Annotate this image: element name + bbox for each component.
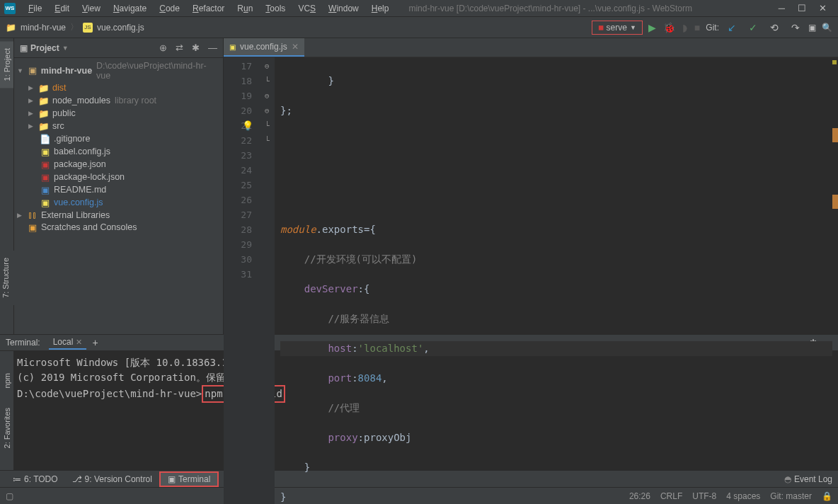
window-title: mind-hr-vue [D:\code\vueProject\mind-hr-… [408, 4, 692, 13]
project-tree[interactable]: ▼ ▣ mind-hr-vue D:\code\vueProject\mind-… [14, 58, 223, 334]
terminal-tab-local[interactable]: Local ✕ [49, 336, 87, 350]
tab-npm[interactable]: npm [0, 363, 13, 398]
menu-refactor[interactable]: Refactor [187, 2, 230, 15]
settings-icon[interactable]: ✱ [192, 42, 200, 53]
add-terminal-tab[interactable]: + [92, 337, 98, 348]
debug-icon[interactable]: 🐞 [663, 22, 675, 33]
project-header: ▣ Project ▼ ⊕ ⇄ ✱ — [14, 38, 223, 58]
todo-button[interactable]: ≔6: TODO [6, 473, 65, 486]
minimize-icon[interactable]: ─ [779, 3, 785, 13]
ide-settings-icon[interactable]: ▣ [808, 23, 816, 33]
tree-dist[interactable]: ▶📁 dist [14, 81, 223, 94]
close-icon[interactable]: ✕ [819, 3, 827, 13]
git-commit-icon[interactable]: ✓ [749, 22, 757, 33]
tab-structure[interactable]: 7: Structure [0, 251, 11, 305]
menu-bar: File Edit View Navigate Code Refactor Ru… [23, 2, 394, 15]
status-indicator-icon[interactable]: ▢ [6, 491, 13, 501]
menu-help[interactable]: Help [366, 2, 395, 15]
tab-project[interactable]: 1: Project [0, 41, 13, 88]
tree-node-modules[interactable]: ▶📁 node_modules library root [14, 94, 223, 107]
js-icon: JS [83, 23, 93, 33]
menu-code[interactable]: Code [154, 2, 185, 15]
version-control-button[interactable]: ⎇9: Version Control [65, 473, 159, 486]
git-update-icon[interactable]: ↙ [728, 22, 736, 33]
scroll-markers [831, 57, 838, 504]
breadcrumb-file[interactable]: vue.config.js [97, 23, 144, 33]
tree-src[interactable]: ▶📁 src [14, 120, 223, 132]
fold-gutter[interactable]: ⊖└ ⊖⊖💡 └└ [265, 57, 275, 504]
app-logo: WS [4, 3, 16, 14]
tree-readme[interactable]: ▣ README.md [14, 183, 223, 196]
tree-gitignore[interactable]: 📄 .gitignore [14, 132, 223, 145]
git-revert-icon[interactable]: ↷ [791, 22, 800, 33]
tree-scratches[interactable]: ▣ Scratches and Consoles [14, 221, 223, 234]
folder-icon: 📁 [6, 23, 16, 33]
tree-root[interactable]: ▼ ▣ mind-hr-vue D:\code\vueProject\mind-… [14, 59, 223, 81]
run-icon[interactable]: ▶ [648, 22, 656, 33]
terminal-label: Terminal: [6, 338, 40, 348]
title-bar: WS File Edit View Navigate Code Refactor… [0, 0, 838, 17]
tree-public[interactable]: ▶📁 public [14, 107, 223, 120]
tree-external-libs[interactable]: ▶⫿⫿ External Libraries [14, 209, 223, 221]
tree-babel-config[interactable]: ▣ babel.config.js [14, 145, 223, 158]
menu-navigate[interactable]: Navigate [108, 2, 152, 15]
menu-tools[interactable]: Tools [260, 2, 291, 15]
close-tab-icon[interactable]: ✕ [292, 42, 299, 52]
close-terminal-tab-icon[interactable]: ✕ [76, 338, 82, 347]
breadcrumb: 📁 mind-hr-vue 〉 JS vue.config.js [6, 21, 144, 33]
main-area: 1: Project ▣ Project ▼ ⊕ ⇄ ✱ — ▼ ▣ mind-… [0, 38, 838, 334]
project-panel: ▣ Project ▼ ⊕ ⇄ ✱ — ▼ ▣ mind-hr-vue D:\c… [14, 38, 224, 334]
menu-view[interactable]: View [76, 2, 106, 15]
menu-run[interactable]: Run [231, 2, 258, 15]
menu-edit[interactable]: Edit [49, 2, 75, 15]
run-config-select[interactable]: ◼ serve ▼ [592, 21, 643, 35]
coverage-icon[interactable]: ◗ [682, 22, 687, 33]
git-history-icon[interactable]: ⟲ [770, 22, 779, 33]
git-label: Git: [706, 23, 719, 33]
lightbulb-icon[interactable]: 💡 [242, 118, 253, 133]
expand-all-icon[interactable]: ⇄ [176, 42, 183, 53]
select-target-icon[interactable]: ⊕ [159, 42, 167, 53]
menu-window[interactable]: Window [323, 2, 365, 15]
tree-vue-config[interactable]: ▣ vue.config.js [14, 196, 223, 209]
menu-vcs[interactable]: VCS [292, 2, 321, 15]
breadcrumb-project[interactable]: mind-hr-vue [21, 23, 66, 33]
menu-file[interactable]: File [23, 2, 47, 15]
project-panel-label[interactable]: ▣ Project ▼ [20, 43, 69, 53]
editor-area: ▣ vue.config.js ✕ 1718192021 2223242526 … [224, 38, 838, 334]
npm-icon: ◼ [598, 23, 604, 31]
nav-bar: 📁 mind-hr-vue 〉 JS vue.config.js ◼ serve… [0, 17, 838, 38]
editor-content[interactable]: 1718192021 2223242526 2728293031 ⊖└ ⊖⊖💡 … [224, 57, 838, 504]
search-icon[interactable]: 🔍 [822, 23, 832, 33]
editor-tab-vue-config[interactable]: ▣ vue.config.js ✕ [224, 38, 304, 57]
terminal-button[interactable]: ▣Terminal [159, 471, 219, 487]
tree-package-json[interactable]: ▣ package.json [14, 158, 223, 171]
hide-icon[interactable]: — [208, 42, 217, 53]
maximize-icon[interactable]: ☐ [798, 3, 806, 13]
stop-icon[interactable]: ■ [694, 22, 700, 33]
tree-package-lock[interactable]: ▣ package-lock.json [14, 171, 223, 183]
code-area[interactable]: } }; module.exports={ //开发环境(可以不配置) devS… [275, 57, 838, 504]
tab-favorites[interactable]: 2: Favorites [0, 398, 13, 458]
editor-tabs: ▣ vue.config.js ✕ [224, 38, 838, 57]
